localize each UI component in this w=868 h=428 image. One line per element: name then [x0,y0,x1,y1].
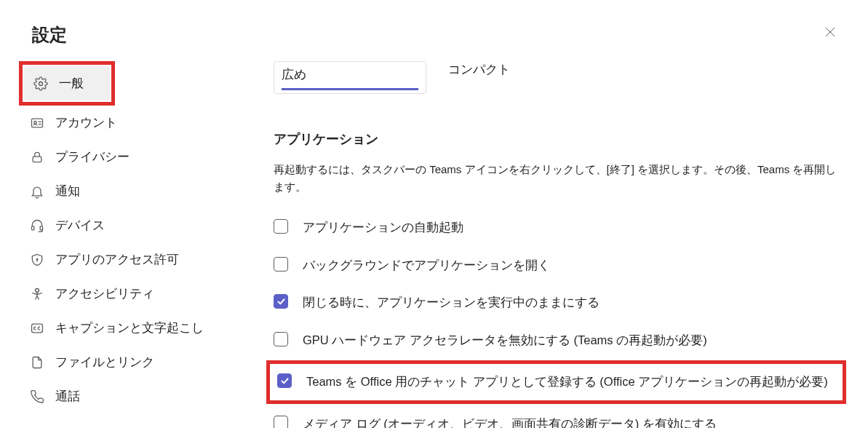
checkbox-label: 閉じる時に、アプリケーションを実行中のままにする [303,293,600,312]
sidebar-item-captions[interactable]: キャプションと文字起こし [20,311,239,345]
sidebar-item-label: キャプションと文字起こし [55,320,204,336]
id-card-icon [29,115,45,131]
svg-point-0 [39,82,43,85]
gear-icon [33,76,49,92]
sidebar-item-label: 通知 [55,183,80,199]
checkbox-label: アプリケーションの自動起動 [303,218,463,237]
headset-icon [29,218,45,234]
checkbox[interactable] [274,332,288,346]
settings-sidebar: 一般アカウントプライバシー通知デバイスアプリのアクセス許可アクセシビリティキャプ… [20,61,239,428]
file-icon [29,354,45,370]
checkbox-row[interactable]: アプリケーションの自動起動 [274,209,846,247]
svg-rect-4 [32,226,34,229]
bell-icon [29,183,45,199]
checkbox[interactable] [274,219,288,234]
close-icon [824,26,836,38]
sidebar-item-accessibility[interactable]: アクセシビリティ [20,277,239,311]
checkbox-label: GPU ハードウェア アクセラレータを無効にする (Teams の再起動が必要) [303,331,707,350]
checkbox[interactable] [277,373,292,388]
density-tabs: 広め コンパクト [274,61,846,94]
close-button[interactable] [821,23,839,44]
tab-comfortable[interactable]: 広め [282,66,418,89]
svg-point-7 [36,288,39,292]
checkbox[interactable] [274,257,288,272]
annotation-highlight-checkbox: Teams を Office 用のチャット アプリとして登録する (Office… [266,360,846,404]
sidebar-item-label: 一般 [59,75,84,92]
sidebar-item-label: ファイルとリンク [55,354,154,370]
sidebar-item-label: アクセシビリティ [55,285,154,302]
checkbox[interactable] [274,416,288,428]
section-title-application: アプリケーション [274,130,846,148]
sidebar-item-label: デバイス [55,217,105,234]
svg-point-2 [34,121,36,123]
page-title: 設定 [32,23,67,47]
lock-icon [29,149,45,165]
checkbox-label: Teams を Office 用のチャット アプリとして登録する (Office… [306,373,828,392]
sidebar-item-label: 通話 [55,388,80,405]
checkbox-row[interactable]: Teams を Office 用のチャット アプリとして登録する (Office… [277,368,835,396]
sidebar-item-account[interactable]: アカウント [20,106,239,140]
checkbox-row[interactable]: メディア ログ (オーディオ、ビデオ、画面共有の診断データ) を有効にする [274,405,846,428]
checkbox-row[interactable]: 閉じる時に、アプリケーションを実行中のままにする [274,284,846,322]
sidebar-item-general[interactable]: 一般 [24,66,110,100]
phone-icon [29,389,45,405]
person-icon [29,286,45,302]
sidebar-item-notifications[interactable]: 通知 [20,174,239,208]
cc-icon [29,320,45,336]
sidebar-item-files[interactable]: ファイルとリンク [20,345,239,379]
sidebar-item-label: プライバシー [55,148,130,165]
svg-point-6 [36,258,38,260]
svg-rect-8 [32,324,43,333]
checkbox[interactable] [274,294,288,309]
sidebar-item-devices[interactable]: デバイス [20,208,239,242]
sidebar-item-label: アカウント [55,114,117,131]
sidebar-item-privacy[interactable]: プライバシー [20,140,239,174]
svg-rect-3 [33,156,41,162]
sidebar-item-apppermissions[interactable]: アプリのアクセス許可 [20,242,239,277]
checkbox-row[interactable]: GPU ハードウェア アクセラレータを無効にする (Teams の再起動が必要) [274,322,846,360]
shield-icon [29,252,45,268]
svg-rect-1 [32,119,43,127]
settings-content: 広め コンパクト アプリケーション 再起動するには、タスクバーの Teams ア… [239,61,868,428]
tab-compact[interactable]: コンパクト [448,61,510,84]
sidebar-item-label: アプリのアクセス許可 [55,251,179,268]
svg-rect-5 [40,226,42,229]
checkbox-label: メディア ログ (オーディオ、ビデオ、画面共有の診断データ) を有効にする [303,415,717,428]
annotation-highlight-sidebar: 一般 [19,61,115,106]
checkbox-label: バックグラウンドでアプリケーションを開く [303,256,550,275]
sidebar-item-calls[interactable]: 通話 [20,379,239,413]
section-desc-application: 再起動するには、タスクバーの Teams アイコンを右クリックして、[終了] を… [274,161,846,196]
application-checklist: アプリケーションの自動起動バックグラウンドでアプリケーションを開く閉じる時に、ア… [274,209,846,428]
checkbox-row[interactable]: バックグラウンドでアプリケーションを開く [274,247,846,285]
